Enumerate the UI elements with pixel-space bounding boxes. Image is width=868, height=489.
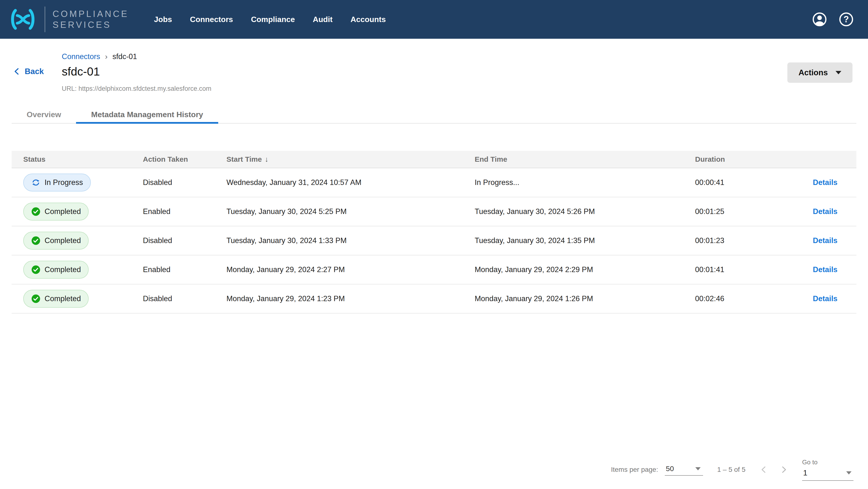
items-per-page-label: Items per page: [611,466,658,474]
breadcrumb-separator-icon: › [105,52,108,61]
duration-cell: 00:01:23 [695,236,801,245]
status-label: Completed [44,265,81,274]
table-row: In Progress Disabled Wednesday, January … [11,168,857,197]
status-cell: In Progress [23,173,143,192]
svg-text:?: ? [843,14,849,24]
check-circle-icon [31,207,41,217]
help-button[interactable]: ? [838,12,854,27]
top-navigation-bar: COMPLIANCE SERVICES JobsConnectorsCompli… [0,0,868,39]
start-time-cell: Monday, January 29, 2024 1:23 PM [226,294,475,303]
previous-page-button[interactable] [760,465,768,474]
details-cell: Details [801,207,857,216]
status-label: Completed [44,207,81,216]
action-taken-cell: Disabled [143,178,226,187]
items-per-page: Items per page: 50 [611,464,703,476]
end-time-cell: Monday, January 29, 2024 2:29 PM [475,265,695,274]
status-label: In Progress [44,178,83,187]
end-time-cell: Monday, January 29, 2024 1:26 PM [475,294,695,303]
action-taken-cell: Disabled [143,294,226,303]
actions-button[interactable]: Actions [787,62,852,83]
back-button[interactable]: Back [12,67,44,76]
page-nav [760,465,788,474]
delphix-logo-icon [8,7,37,31]
user-icon [812,12,827,27]
breadcrumb: Connectors › sfdc-01 [62,52,852,61]
chevron-down-icon [846,471,851,475]
chevron-down-icon [695,467,701,470]
pagination-bar: Items per page: 50 1 – 5 of 5 Go to 1 [611,458,854,481]
nav-item-compliance[interactable]: Compliance [251,15,295,24]
column-header-start-time[interactable]: Start Time ↓ [226,155,475,163]
start-time-cell: Wednesday, January 31, 2024 10:57 AM [226,178,475,187]
status-label: Completed [44,236,81,245]
items-per-page-value: 50 [666,464,674,473]
brand-name: COMPLIANCE SERVICES [53,8,129,30]
sync-icon [31,178,41,187]
page-range-text: 1 – 5 of 5 [717,466,745,474]
column-header-duration[interactable]: Duration [695,155,801,163]
go-to-page-select[interactable]: 1 [802,468,854,481]
metadata-history-table: Status Action Taken Start Time ↓ End Tim… [11,151,857,314]
breadcrumb-connectors-link[interactable]: Connectors [62,52,100,61]
breadcrumb-current: sfdc-01 [113,52,137,61]
page-header: Back Connectors › sfdc-01 sfdc-01 URL: h… [0,39,868,93]
action-taken-cell: Disabled [143,236,226,245]
details-link[interactable]: Details [813,207,837,216]
check-circle-icon [31,236,41,246]
nav-item-accounts[interactable]: Accounts [350,15,386,24]
chevron-left-icon [12,67,21,76]
back-label: Back [25,67,44,76]
status-badge: Completed [23,203,89,221]
details-link[interactable]: Details [813,294,837,303]
primary-nav: JobsConnectorsComplianceAuditAccounts [154,15,386,24]
action-taken-cell: Enabled [143,207,226,216]
app-logo[interactable]: COMPLIANCE SERVICES [8,6,129,32]
go-to-page: Go to 1 [802,458,854,481]
connector-url: URL: https://delphixcom.sfdctest.my.sale… [62,85,852,93]
table-row: Completed Disabled Tuesday, January 30, … [11,226,857,255]
action-taken-cell: Enabled [143,265,226,274]
tab-metadata-management-history[interactable]: Metadata Management History [76,106,218,123]
details-link[interactable]: Details [813,236,837,245]
go-to-label: Go to [802,458,854,466]
column-header-action-taken[interactable]: Action Taken [143,155,226,163]
logo-divider [44,6,45,32]
table-row: Completed Disabled Monday, January 29, 2… [11,285,857,314]
chevron-down-icon [836,71,841,74]
account-button[interactable] [812,12,827,27]
duration-cell: 00:02:46 [695,294,801,303]
table-body: In Progress Disabled Wednesday, January … [11,168,857,314]
status-badge: In Progress [23,173,91,192]
items-per-page-select[interactable]: 50 [665,464,703,476]
start-time-cell: Tuesday, January 30, 2024 1:33 PM [226,236,475,245]
details-cell: Details [801,236,857,245]
next-page-button[interactable] [779,465,788,474]
go-to-value: 1 [803,468,807,477]
chevron-left-icon [760,465,768,474]
topbar-right: ? [812,12,858,27]
details-cell: Details [801,265,857,274]
end-time-cell: Tuesday, January 30, 2024 1:35 PM [475,236,695,245]
tab-bar: OverviewMetadata Management History [11,106,857,124]
tab-overview[interactable]: Overview [11,106,76,123]
status-badge: Completed [23,290,89,308]
brand-line-1: COMPLIANCE [53,8,129,20]
nav-item-audit[interactable]: Audit [313,15,333,24]
table-row: Completed Enabled Monday, January 29, 20… [11,255,857,285]
status-cell: Completed [23,290,143,308]
check-circle-icon [31,294,41,303]
status-badge: Completed [23,232,89,250]
start-time-cell: Monday, January 29, 2024 2:27 PM [226,265,475,274]
details-link[interactable]: Details [813,178,837,187]
status-badge: Completed [23,261,89,279]
duration-cell: 00:01:25 [695,207,801,216]
column-header-end-time[interactable]: End Time [475,155,695,163]
start-time-cell: Tuesday, January 30, 2024 5:25 PM [226,207,475,216]
nav-item-connectors[interactable]: Connectors [190,15,233,24]
actions-label: Actions [799,68,828,77]
chevron-right-icon [779,465,788,474]
nav-item-jobs[interactable]: Jobs [154,15,172,24]
column-header-status[interactable]: Status [23,155,143,163]
sort-descending-icon: ↓ [265,155,268,163]
details-link[interactable]: Details [813,265,837,274]
